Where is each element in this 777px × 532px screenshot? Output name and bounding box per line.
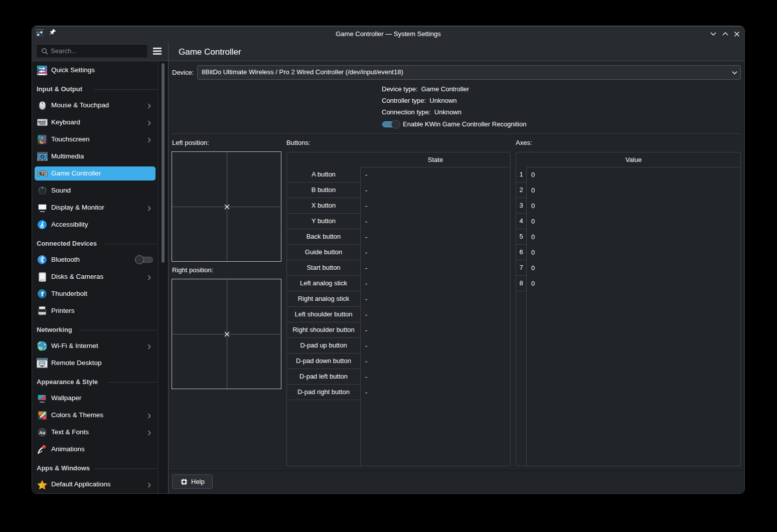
- svg-text:Aa: Aa: [39, 430, 46, 435]
